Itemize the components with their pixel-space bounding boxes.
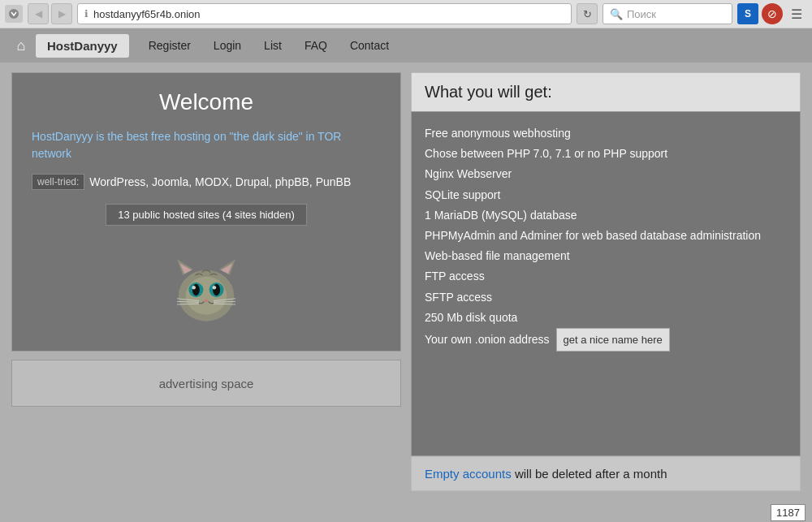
feature-item-onion: Your own .onion address get a nice name …	[425, 328, 787, 352]
welcome-title: Welcome	[32, 89, 381, 115]
onion-label: Your own .onion address	[425, 330, 550, 350]
toolbar-icons: S ⊘ ☰	[737, 3, 807, 24]
nav-contact[interactable]: Contact	[339, 34, 400, 57]
feature-item: 1 MariaDB (MySQL) database	[425, 205, 787, 226]
url-text: hostdanyyf65r4b.onion	[93, 8, 564, 20]
nav-list[interactable]: List	[253, 34, 293, 57]
info-icon: ℹ	[84, 8, 89, 19]
svg-point-10	[213, 284, 220, 296]
back-button[interactable]: ◀	[28, 3, 49, 24]
site-brand[interactable]: HostDanyyy	[36, 34, 129, 58]
svg-point-11	[192, 286, 196, 290]
counter-row: 1187	[0, 501, 812, 522]
refresh-button[interactable]: ↻	[577, 3, 598, 24]
stop-icon[interactable]: ⊘	[762, 3, 783, 24]
onion-button[interactable]: get a nice name here	[556, 328, 670, 352]
nav-faq[interactable]: FAQ	[293, 34, 339, 57]
features-box: Free anonymous webhosting Chose between …	[411, 111, 801, 456]
feature-item: Nginx Webserver	[425, 164, 787, 184]
cat-image-box	[32, 245, 381, 334]
search-bar[interactable]: 🔍 Поиск	[603, 3, 732, 24]
feature-item: SFTP access	[425, 287, 787, 308]
feature-item: SQLite support	[425, 185, 787, 205]
browser-menu-dots[interactable]: ☰	[786, 3, 807, 24]
well-tried-apps: WordPress, Joomla, MODX, Drupal, phpBB, …	[89, 174, 351, 191]
sync-icon[interactable]: S	[737, 3, 758, 24]
empty-accounts-label: Empty accounts	[425, 467, 512, 481]
feature-item: 250 Mb disk quota	[425, 308, 787, 328]
app-menu-button[interactable]	[5, 5, 23, 23]
feature-item: Free anonymous webhosting	[425, 123, 787, 144]
nav-buttons: ◀ ▶	[28, 3, 72, 24]
cat-image	[170, 253, 243, 326]
nav-bar: ⌂ HostDanyyy Register Login List FAQ Con…	[0, 28, 812, 63]
main-content: Welcome HostDanyyy is the best free host…	[0, 63, 812, 501]
hosted-badge: 13 public hosted sites (4 sites hidden)	[106, 204, 307, 226]
search-placeholder: Поиск	[627, 8, 656, 20]
welcome-description: HostDanyyy is the best free hosting on "…	[32, 128, 381, 162]
home-button[interactable]: ⌂	[6, 31, 36, 60]
feature-item: FTP access	[425, 266, 787, 287]
svg-point-12	[213, 286, 217, 290]
advertising-text: advertising space	[159, 377, 254, 390]
search-icon: 🔍	[610, 8, 623, 20]
feature-item: Chose between PHP 7.0, 7.1 or no PHP sup…	[425, 144, 787, 164]
right-panel: What you will get: Free anonymous webhos…	[411, 72, 801, 491]
features-list: Free anonymous webhosting Chose between …	[425, 123, 787, 352]
browser-chrome: ◀ ▶ ℹ hostdanyyf65r4b.onion ↻ 🔍 Поиск S …	[0, 0, 812, 28]
svg-point-9	[192, 284, 200, 296]
left-panel: Welcome HostDanyyy is the best free host…	[11, 72, 401, 491]
empty-accounts-box: Empty accounts will be deleted after a m…	[411, 456, 801, 491]
advertising-box: advertising space	[11, 360, 401, 407]
forward-button[interactable]: ▶	[51, 3, 72, 24]
counter-badge: 1187	[771, 504, 806, 521]
svg-point-0	[9, 9, 19, 19]
browser-toolbar: ◀ ▶ ℹ hostdanyyf65r4b.onion ↻ 🔍 Поиск S …	[0, 0, 812, 28]
nav-register[interactable]: Register	[137, 34, 202, 57]
what-you-get-title: What you will get:	[411, 72, 801, 111]
well-tried-line: well-tried: WordPress, Joomla, MODX, Dru…	[32, 174, 381, 191]
empty-accounts-rest: will be deleted after a month	[512, 467, 667, 481]
nav-login[interactable]: Login	[202, 34, 253, 57]
welcome-box: Welcome HostDanyyy is the best free host…	[11, 72, 401, 352]
well-tried-badge: well-tried:	[32, 174, 84, 190]
feature-item: Web-based file management	[425, 246, 787, 266]
address-bar[interactable]: ℹ hostdanyyf65r4b.onion	[77, 3, 572, 24]
feature-item: PHPMyAdmin and Adminer for web based dat…	[425, 226, 787, 246]
